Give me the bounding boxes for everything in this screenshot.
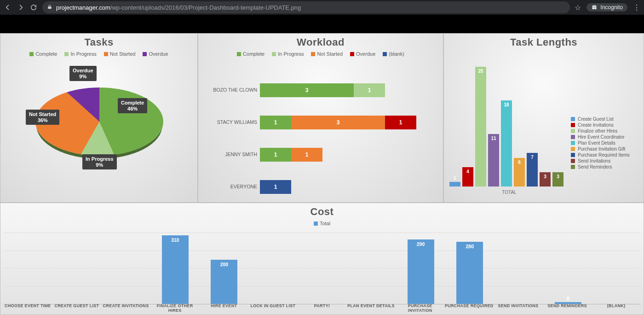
url-path: /wp-content/uploads/2016/03/Project-Dash… xyxy=(110,4,301,11)
task-length-legend-item: Plan Event Details xyxy=(571,140,640,146)
workload-row-name: JENNY SMITH xyxy=(198,152,257,157)
task-length-bar: 3 xyxy=(552,172,564,187)
workload-row: BOZO THE CLOWN31 xyxy=(198,83,443,97)
workload-row: STACY WILLIAMS131 xyxy=(198,116,443,129)
workload-panel: Workload Complete In Progress Not Starte… xyxy=(198,33,443,203)
cost-category-label: PLAN EVENT DETAILS xyxy=(346,303,396,313)
pie-label-in-progress: In Progress9% xyxy=(82,154,117,169)
tasks-title: Tasks xyxy=(0,34,197,48)
cost-category-label: SEND INVITATIONS xyxy=(494,303,543,313)
cost-legend-total: Total xyxy=(320,221,330,226)
legend-in-progress: In Progress xyxy=(70,51,96,57)
cost-title: Cost xyxy=(0,203,644,218)
legend-complete: Complete xyxy=(35,51,57,57)
task-length-bar: 7 xyxy=(527,153,538,187)
bookmark-star-icon[interactable]: ☆ xyxy=(575,3,581,12)
browser-toolbar: projectmanager.com/wp-content/uploads/20… xyxy=(0,0,644,15)
workload-seg-in_progress: 1 xyxy=(354,83,385,97)
address-bar[interactable]: projectmanager.com/wp-content/uploads/20… xyxy=(42,1,570,13)
cost-category-label: PURCHASE REQUIRED xyxy=(444,303,494,313)
cost-category-label: LOCK IN GUEST LIST xyxy=(248,303,298,313)
cost-bar: 310 xyxy=(162,235,189,304)
task-length-bar: 11 xyxy=(488,134,499,187)
task-length-legend-item: Send Reminders xyxy=(571,164,640,169)
cost-panel: Cost Total 3102002902808 CHOOSE EVENT TI… xyxy=(0,203,644,315)
incognito-icon xyxy=(591,4,598,11)
workload-seg-not_started: 3 xyxy=(291,116,385,129)
wl-lg-not-started: Not Started xyxy=(317,51,343,57)
workload-seg-not_started: 1 xyxy=(291,148,322,162)
workload-row: JENNY SMITH11 xyxy=(198,148,443,162)
wl-lg-in-progress: In Progress xyxy=(278,51,304,57)
task-length-legend-item: Hire Event Coordinator xyxy=(571,134,640,140)
task-lengths-legend: Create Guest ListCreate InvitationsFinal… xyxy=(571,116,640,170)
cost-bar: 280 xyxy=(456,242,483,304)
svg-rect-0 xyxy=(48,6,52,9)
cost-category-label: CHOOSE EVENT TIME xyxy=(3,303,52,313)
cost-legend: Total xyxy=(0,218,644,227)
wl-lg-blank: (blank) xyxy=(389,51,404,57)
task-length-legend-item: Finalize other Hires xyxy=(571,128,640,134)
forward-button[interactable] xyxy=(17,3,25,12)
workload-seg-overdue: 1 xyxy=(385,116,416,129)
url-domain: projectmanager.com xyxy=(56,4,110,11)
cost-category-label: CREATE INVITATIONS xyxy=(101,303,150,313)
task-length-bar: 25 xyxy=(475,67,486,187)
menu-dots-icon[interactable]: ⋮ xyxy=(633,3,640,12)
cost-category-label: PURCHASE INVITATION xyxy=(396,303,445,313)
workload-legend: Complete In Progress Not Started Overdue… xyxy=(198,48,443,58)
svg-point-1 xyxy=(592,7,595,9)
incognito-badge[interactable]: Incognito xyxy=(586,3,627,12)
task-length-bar: 4 xyxy=(462,167,473,187)
tasks-legend: Complete In Progress Not Started Overdue xyxy=(0,48,197,58)
reload-button[interactable] xyxy=(29,3,38,12)
task-lengths-axis-label: TOTAL xyxy=(445,190,574,195)
workload-row-name: STACY WILLIAMS xyxy=(198,119,257,125)
cost-category-label: CREATE GUEST LIST xyxy=(52,303,102,313)
back-button[interactable] xyxy=(4,3,12,12)
cost-bar: 200 xyxy=(211,260,237,304)
pie-label-overdue: Overdue9% xyxy=(69,66,97,81)
wl-lg-complete: Complete xyxy=(243,51,264,57)
svg-point-2 xyxy=(594,7,597,9)
cost-category-label: HIRE EVENT xyxy=(199,303,248,313)
workload-seg-complete: 3 xyxy=(260,83,354,97)
pie-label-not-started: Not Started36% xyxy=(26,110,59,125)
viewport-gap xyxy=(0,15,644,33)
cost-category-label: PARTY! xyxy=(298,303,347,313)
task-length-legend-item: Purchase Invitation Gift xyxy=(571,146,640,152)
dashboard-image: Tasks Complete In Progress Not Started O… xyxy=(0,33,644,315)
task-length-bar: 6 xyxy=(514,158,525,187)
legend-overdue: Overdue xyxy=(149,51,168,57)
legend-not-started: Not Started xyxy=(110,51,136,57)
task-length-legend-item: Purchase Required Items xyxy=(571,152,640,158)
workload-row: EVERYONE1 xyxy=(198,180,443,194)
workload-row-name: EVERYONE xyxy=(198,184,257,189)
incognito-label: Incognito xyxy=(600,4,623,11)
task-length-bar: 3 xyxy=(540,172,551,187)
tasks-panel: Tasks Complete In Progress Not Started O… xyxy=(0,33,198,203)
task-length-bar: 1 xyxy=(449,182,460,187)
cost-bar: 290 xyxy=(408,239,434,304)
wl-lg-overdue: Overdue xyxy=(356,51,375,57)
lock-icon xyxy=(47,4,52,11)
workload-seg-complete: 1 xyxy=(260,116,291,129)
workload-title: Workload xyxy=(198,34,443,48)
pie-label-complete: Complete46% xyxy=(118,98,147,113)
task-lengths-panel: Task Lengths 142511186733 TOTAL Create G… xyxy=(443,33,644,203)
cost-category-label: FINALIZE OTHER HIRES xyxy=(150,303,200,313)
workload-seg-complete: 1 xyxy=(260,148,291,162)
cost-category-label: (BLANK) xyxy=(592,303,641,313)
workload-row-name: BOZO THE CLOWN xyxy=(198,87,257,93)
task-length-legend-item: Create Invitations xyxy=(571,122,640,128)
task-length-legend-item: Create Guest List xyxy=(571,117,640,122)
workload-seg-blank: 1 xyxy=(260,180,291,194)
cost-category-label: SEND REMINDERS xyxy=(543,303,592,313)
task-length-legend-item: Send Invitations xyxy=(571,158,640,163)
task-length-bar: 18 xyxy=(501,100,512,187)
